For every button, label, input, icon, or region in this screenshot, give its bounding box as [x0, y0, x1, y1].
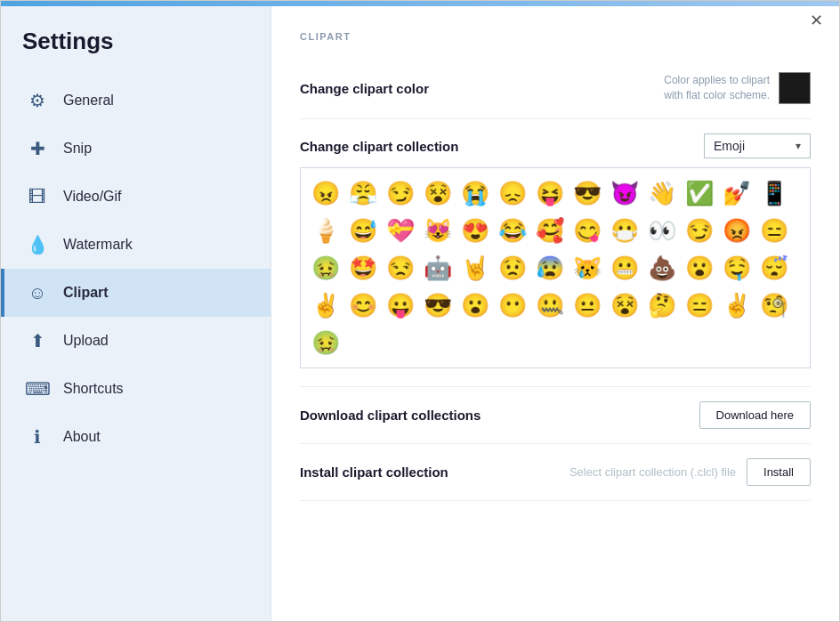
sidebar-item-videogif[interactable]: 🎞Video/Gif — [1, 173, 271, 221]
emoji-cell[interactable]: 😵 — [420, 175, 456, 211]
emoji-cell[interactable]: 😿 — [569, 250, 605, 286]
emoji-cell[interactable]: 💩 — [644, 250, 680, 286]
emoji-cell[interactable]: 😂 — [495, 213, 530, 248]
emoji-cell[interactable]: 😈 — [607, 175, 642, 211]
emoji-cell[interactable]: 😒 — [383, 250, 418, 286]
emoji-cell[interactable]: 🤢 — [308, 250, 343, 286]
emoji-cell[interactable]: 😏 — [682, 213, 717, 248]
app-title: Settings — [1, 17, 271, 77]
collection-label: Change clipart collection — [300, 139, 458, 154]
emoji-cell[interactable]: 😅 — [345, 213, 381, 248]
sidebar-item-about[interactable]: ℹAbout — [1, 413, 271, 461]
emoji-cell[interactable]: 👀 — [644, 213, 680, 248]
sidebar-label-snip: Snip — [63, 141, 92, 157]
emoji-cell[interactable]: 😶 — [495, 287, 530, 323]
emoji-cell[interactable]: 🧐 — [756, 287, 792, 323]
emoji-cell[interactable]: 😮 — [682, 250, 717, 286]
emoji-cell[interactable]: 😷 — [607, 213, 642, 248]
sidebar-item-upload[interactable]: ⬆Upload — [1, 317, 271, 365]
emoji-cell[interactable]: 😎 — [420, 287, 456, 323]
color-label: Change clipart color — [300, 81, 429, 96]
download-row: Download clipart collections Download he… — [300, 387, 811, 444]
color-swatch[interactable] — [779, 72, 811, 104]
emoji-grid: 😠😤😏😵😭😞😝😎😈👋✅💅📱🍦😅💝😻😍😂🥰😋😷👀😏😡😑🤢🤩😒🤖🤘😟😰😿😬💩😮🤤😴✌… — [308, 175, 803, 360]
install-button[interactable]: Install — [747, 458, 811, 486]
emoji-cell[interactable]: 😮 — [457, 287, 493, 323]
color-note: Color applies to clipart with flat color… — [645, 73, 770, 103]
install-controls: Select clipart collection (.clcl) file I… — [569, 458, 811, 486]
emoji-cell[interactable]: 😻 — [420, 213, 456, 248]
emoji-cell[interactable]: 📱 — [756, 175, 792, 211]
emoji-cell[interactable]: 🍦 — [308, 213, 343, 248]
emoji-cell[interactable]: 😏 — [383, 175, 418, 211]
emoji-cell[interactable]: 😴 — [756, 250, 792, 286]
sidebar-label-clipart: Clipart — [63, 285, 109, 301]
watermark-icon: 💧 — [26, 233, 49, 256]
emoji-cell[interactable]: 🤤 — [719, 250, 755, 286]
emoji-cell[interactable]: 😰 — [532, 250, 568, 286]
sidebar-label-about: About — [63, 429, 101, 445]
sidebar-item-watermark[interactable]: 💧Watermark — [1, 221, 271, 269]
collection-dropdown[interactable]: Emoji ▾ — [704, 133, 811, 158]
emoji-cell[interactable]: 💝 — [383, 213, 418, 248]
emoji-cell[interactable]: 😝 — [532, 175, 568, 211]
emoji-cell[interactable]: 🤖 — [420, 250, 456, 286]
emoji-cell[interactable]: 😤 — [345, 175, 381, 211]
file-placeholder: Select clipart collection (.clcl) file — [569, 465, 736, 479]
emoji-cell[interactable]: 😋 — [569, 213, 605, 248]
sidebar: Settings ⚙General✚Snip🎞Video/Gif💧Waterma… — [1, 6, 271, 621]
emoji-cell[interactable]: 🤘 — [457, 250, 493, 286]
color-right: Color applies to clipart with flat color… — [645, 72, 811, 104]
emoji-cell[interactable]: 🥰 — [532, 213, 568, 248]
clipart-icon: ☺ — [26, 281, 49, 304]
general-icon: ⚙ — [26, 89, 49, 112]
sidebar-item-snip[interactable]: ✚Snip — [1, 125, 271, 173]
emoji-cell[interactable]: 🤢 — [308, 325, 343, 360]
sidebar-label-videogif: Video/Gif — [63, 189, 122, 205]
emoji-cell[interactable]: 😞 — [495, 175, 530, 211]
emoji-cell[interactable]: 😛 — [383, 287, 418, 323]
content-area: CLIPART Change clipart color Color appli… — [271, 6, 839, 621]
install-row: Install clipart collection Select clipar… — [300, 444, 811, 501]
emoji-cell[interactable]: 🤐 — [532, 287, 568, 323]
sidebar-label-watermark: Watermark — [63, 237, 133, 253]
upload-icon: ⬆ — [26, 329, 49, 352]
emoji-grid-wrapper: 😠😤😏😵😭😞😝😎😈👋✅💅📱🍦😅💝😻😍😂🥰😋😷👀😏😡😑🤢🤩😒🤖🤘😟😰😿😬💩😮🤤😴✌… — [300, 167, 811, 368]
emoji-cell[interactable]: 😊 — [345, 287, 381, 323]
emoji-cell[interactable]: 🤔 — [644, 287, 680, 323]
emoji-cell[interactable]: 😡 — [719, 213, 755, 248]
emoji-cell[interactable]: 😟 — [495, 250, 530, 286]
chevron-down-icon: ▾ — [796, 140, 801, 152]
emoji-cell[interactable]: 😎 — [569, 175, 605, 211]
sidebar-label-general: General — [63, 93, 114, 109]
color-row: Change clipart color Color applies to cl… — [300, 58, 811, 119]
videogif-icon: 🎞 — [26, 185, 49, 208]
section-label: CLIPART — [300, 31, 811, 42]
emoji-cell[interactable]: ✌ — [719, 287, 755, 323]
dropdown-value: Emoji — [714, 139, 745, 153]
sidebar-item-general[interactable]: ⚙General — [1, 77, 271, 125]
emoji-cell[interactable]: 😍 — [457, 213, 493, 248]
emoji-cell[interactable]: 😬 — [607, 250, 642, 286]
emoji-cell[interactable]: 😑 — [682, 287, 717, 323]
emoji-cell[interactable]: 😐 — [569, 287, 605, 323]
sidebar-item-shortcuts[interactable]: ⌨Shortcuts — [1, 365, 271, 413]
download-label: Download clipart collections — [300, 408, 481, 423]
download-here-button[interactable]: Download here — [699, 401, 811, 429]
emoji-cell[interactable]: 😠 — [308, 175, 343, 211]
close-button[interactable]: ✕ — [805, 10, 827, 31]
emoji-cell[interactable]: ✅ — [682, 175, 717, 211]
emoji-cell[interactable]: 💅 — [719, 175, 755, 211]
emoji-cell[interactable]: ✌ — [308, 287, 343, 323]
emoji-cell[interactable]: 👋 — [644, 175, 680, 211]
emoji-cell[interactable]: 😵 — [607, 287, 642, 323]
sidebar-label-shortcuts: Shortcuts — [63, 381, 124, 397]
settings-window: ✕ Settings ⚙General✚Snip🎞Video/Gif💧Water… — [0, 0, 840, 622]
collection-row: Change clipart collection Emoji ▾ 😠😤😏😵😭😞… — [300, 119, 811, 387]
emoji-cell[interactable]: 🤩 — [345, 250, 381, 286]
sidebar-item-clipart[interactable]: ☺Clipart — [1, 269, 271, 317]
sidebar-label-upload: Upload — [63, 333, 109, 349]
emoji-cell[interactable]: 😑 — [756, 213, 792, 248]
emoji-cell[interactable]: 😭 — [457, 175, 493, 211]
shortcuts-icon: ⌨ — [26, 377, 49, 400]
